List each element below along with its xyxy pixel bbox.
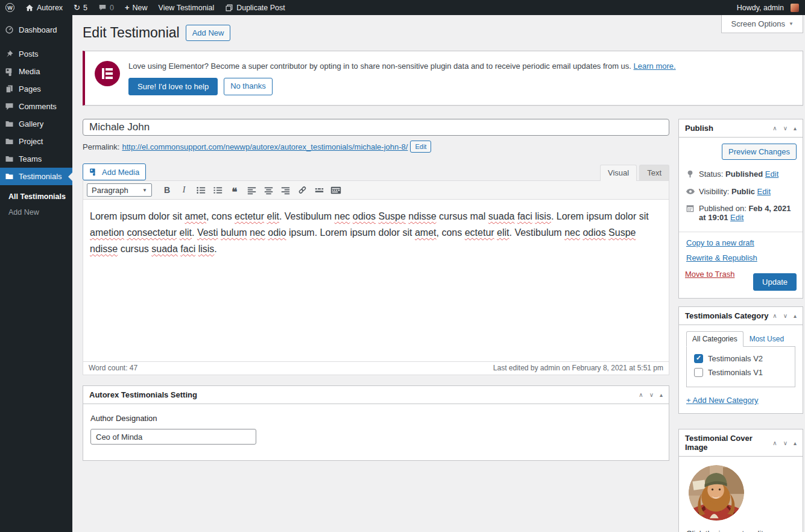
collapse-icon[interactable]: ▴ [794,312,797,319]
sidebar-item-gallery[interactable]: Gallery [0,115,72,133]
sidebar-item-dashboard[interactable]: Dashboard [0,21,72,39]
testimonial-cover-image[interactable] [689,465,744,521]
my-account-menu[interactable]: Howdy, admin [731,0,805,15]
media-tabs-row: Add Media Visual Text [83,163,669,180]
permalink-url-link[interactable]: http://el.commonsupport.com/newwp/autore… [122,142,408,151]
category-label: Testimonials V1 [708,368,763,377]
numbered-list-button[interactable] [210,183,226,197]
copy-to-draft-link[interactable]: Copy to a new draft [686,238,795,247]
move-down-icon[interactable]: ∨ [783,312,788,319]
site-name-menu[interactable]: Autorex [20,0,68,15]
metabox-handles: ∧ ∨ ▴ [772,312,797,319]
move-up-icon[interactable]: ∧ [772,125,777,131]
tab-all-categories[interactable]: All Categories [686,331,743,347]
submenu-item-label: Add New [8,208,39,217]
align-center-button[interactable] [260,183,276,197]
editor-text: cursus [118,244,151,254]
rewrite-republish-link[interactable]: Rewrite & Republish [686,253,795,262]
update-button[interactable]: Update [753,273,797,291]
submenu-add-new[interactable]: Add New [0,204,72,220]
tab-text[interactable]: Text [639,165,669,181]
metabox-header[interactable]: Testimonials Category ∧ ∨ ▴ [679,307,803,325]
elementor-decline-button[interactable]: No thanks [224,78,273,95]
sidebar-item-teams[interactable]: Teams [0,150,72,168]
move-up-icon[interactable]: ∧ [772,312,777,319]
add-new-button[interactable]: Add New [186,25,231,41]
add-new-category-link[interactable]: + Add New Category [686,396,759,405]
visibility-edit-link[interactable]: Edit [757,187,771,196]
misspelled-word: Vesti [197,227,218,238]
more-tag-icon [314,186,324,195]
metabox-header[interactable]: Publish ∧ ∨ ▴ [679,119,803,137]
misspelled-word: odios [353,211,376,221]
author-designation-input[interactable] [90,429,256,445]
post-title-input[interactable] [83,119,669,136]
comments-count: 0 [110,4,114,12]
category-checkbox[interactable] [694,368,703,377]
insert-more-tag-button[interactable] [311,183,327,197]
align-left-button[interactable] [244,183,259,197]
learn-more-link[interactable]: Learn more. [634,62,676,71]
preview-changes-button[interactable]: Preview Changes [722,144,797,160]
collapse-icon[interactable]: ▴ [660,391,663,398]
sidebar-item-media[interactable]: Media [0,63,72,80]
paragraph-format-select[interactable]: Paragraph ▼ [87,183,152,197]
publish-status-rows: Status: Published Edit Visibility: Publi… [679,163,803,232]
metabox-header[interactable]: Testimonial Cover Image ∧ ∨ ▴ [679,429,803,456]
link-button[interactable] [294,183,310,197]
duplicate-post-menu[interactable]: Duplicate Post [219,0,291,15]
move-down-icon[interactable]: ∨ [783,125,788,131]
move-down-icon[interactable]: ∨ [783,440,788,446]
misspelled-word: Suspe [379,211,406,221]
chevron-down-icon: ▼ [142,188,147,193]
word-count: Word count: 47 [89,364,137,372]
bold-button[interactable]: B [159,183,175,197]
updates-menu[interactable]: ↻ 5 [68,0,93,15]
category-checkbox[interactable] [694,354,703,363]
move-up-icon[interactable]: ∧ [639,391,643,398]
status-value: Published [725,169,763,179]
misspelled-word: consectetur [127,227,177,238]
sidebar-item-posts[interactable]: Posts [0,45,72,63]
edit-columns: Permalink: http://el.commonsupport.com/n… [83,119,803,532]
move-up-icon[interactable]: ∧ [772,440,777,446]
editor-content[interactable]: Lorem ipsum dolor sit amet, cons ectetur… [83,200,669,361]
comments-menu[interactable]: 0 [93,0,119,15]
collapse-icon[interactable]: ▴ [794,440,797,446]
category-row: Testimonials V2 [692,353,790,367]
editor-text: . Lorem ipsum dolor sit [551,211,649,221]
sidebar-item-project[interactable]: Project [0,133,72,150]
metabox-header[interactable]: Autorex Testimonials Setting ∧ ∨ ▴ [83,386,669,404]
screen-options-button[interactable]: Screen Options ▼ [721,15,803,33]
blockquote-button[interactable]: ❝ [227,183,242,197]
bullet-list-button[interactable] [193,183,209,197]
duplicate-icon [225,4,233,12]
main-column: Permalink: http://el.commonsupport.com/n… [83,119,669,461]
add-media-button[interactable]: Add Media [83,163,146,180]
visibility-value: Public [731,187,755,196]
submenu-all-testimonials[interactable]: All Testimonials [0,189,72,204]
metabox-title: Publish [685,124,713,133]
move-to-trash-link[interactable]: Move to Trash [685,270,734,279]
published-edit-link[interactable]: Edit [730,213,743,222]
new-menu[interactable]: + New [119,0,153,15]
toolbar-toggle-button[interactable] [328,183,344,197]
tab-visual[interactable]: Visual [600,165,637,181]
editor-text: , cons [437,227,465,238]
sidebar-item-pages[interactable]: Pages [0,80,72,98]
align-right-button[interactable] [277,183,293,197]
view-testimonial-menu[interactable]: View Testimonial [153,0,220,15]
wordpress-logo-menu[interactable]: W [0,0,20,15]
sidebar-item-comments[interactable]: Comments [0,98,72,115]
folder-icon [5,119,14,128]
italic-button[interactable]: I [176,183,192,197]
move-down-icon[interactable]: ∨ [649,391,654,398]
collapse-icon[interactable]: ▴ [794,125,797,131]
sidebar-item-testimonials[interactable]: Testimonials [0,168,72,185]
elementor-accept-button[interactable]: Sure! I'd love to help [128,78,218,95]
folder-icon [5,172,14,181]
tab-most-used[interactable]: Most Used [750,335,784,347]
status-edit-link[interactable]: Edit [765,169,778,179]
permalink-edit-button[interactable]: Edit [410,141,431,153]
media-icon [89,168,98,176]
